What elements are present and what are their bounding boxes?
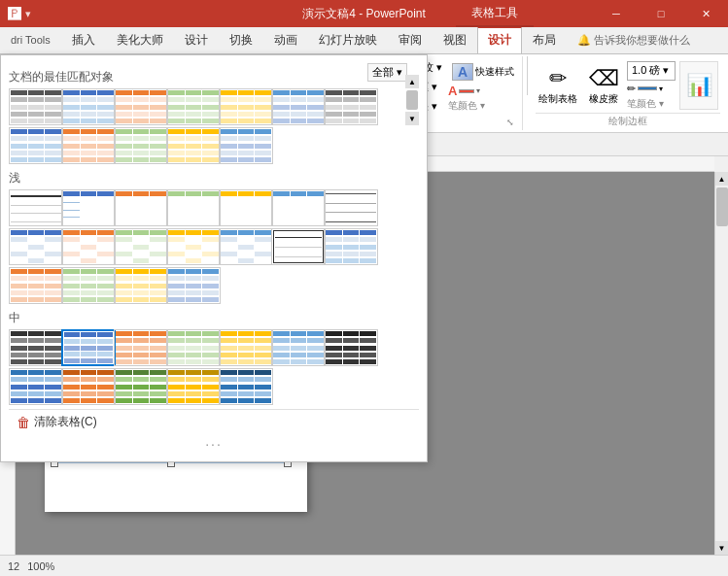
best-style-10[interactable]	[114, 127, 168, 164]
light-style-9[interactable]	[61, 228, 116, 265]
light-style-4[interactable]	[166, 189, 221, 226]
medium-style-1[interactable]	[9, 329, 63, 366]
draw-table-icon: ✏	[549, 66, 567, 91]
light-style-16[interactable]	[61, 267, 116, 304]
medium-style-8[interactable]	[9, 368, 63, 405]
scroll-down-btn[interactable]: ▼	[715, 541, 729, 555]
pen-icon: ✏	[627, 83, 636, 95]
table-tools-label: 表格工具	[456, 0, 534, 27]
best-style-9[interactable]	[61, 127, 116, 164]
all-label[interactable]: 全部 ▾	[367, 63, 407, 82]
scroll-thumb[interactable]	[716, 187, 728, 226]
tab-help[interactable]: 🔔 告诉我你想要做什么	[567, 26, 701, 53]
separator-2	[527, 56, 528, 95]
tab-design[interactable]: 设计	[174, 26, 219, 53]
medium-style-7[interactable]	[324, 329, 378, 366]
scroll-down-mini[interactable]: ▼	[405, 112, 419, 125]
medium-style-9[interactable]	[61, 368, 116, 405]
best-style-11[interactable]	[166, 127, 221, 164]
tab-dri-tools[interactable]: dri Tools	[0, 26, 61, 53]
eraser-icon: ⌫	[589, 66, 619, 91]
close-button[interactable]: ✕	[683, 0, 728, 27]
medium-style-12[interactable]	[219, 368, 273, 405]
light-style-14[interactable]	[324, 228, 378, 265]
best-style-5[interactable]	[219, 88, 273, 125]
tab-view[interactable]: 视图	[433, 26, 477, 53]
tab-table-design[interactable]: 设计	[477, 26, 522, 53]
best-match-grid	[9, 88, 419, 164]
draw-table-label: 绘制表格	[538, 92, 577, 106]
title-bar: 🅿 ▾ 表格工具 演示文稿4 - PowerPoint ─ □ ✕	[0, 0, 728, 27]
scroll-up-btn[interactable]: ▲	[715, 172, 729, 186]
table-preview-icon: 📊	[679, 61, 718, 110]
clear-format-btn[interactable]: 🗑 清除表格(C)	[9, 409, 419, 434]
quick-style-btn[interactable]: A 快速样式	[448, 61, 518, 83]
medium-style-10[interactable]	[114, 368, 168, 405]
best-style-8[interactable]	[9, 127, 63, 164]
medium-style-4[interactable]	[166, 329, 221, 366]
tab-slideshow[interactable]: 幻灯片放映	[308, 26, 388, 53]
light-style-17[interactable]	[114, 267, 168, 304]
quick-style-col: A 快速样式 A ▾ 笔颜色 ▾	[448, 61, 518, 113]
tab-review[interactable]: 审阅	[388, 26, 433, 53]
light-style-7[interactable]	[324, 189, 378, 226]
medium-style-6[interactable]	[271, 329, 326, 366]
pen-color-row: ✏ ▾	[627, 83, 676, 95]
pen-size-combo[interactable]: 1.0 磅 ▾	[627, 61, 676, 81]
light-style-1[interactable]	[9, 189, 63, 226]
medium-style-3[interactable]	[114, 329, 168, 366]
draw-table-btn[interactable]: ✏ 绘制表格	[536, 58, 580, 113]
best-style-3[interactable]	[114, 88, 168, 125]
light-style-11[interactable]	[166, 228, 221, 265]
best-style-1[interactable]	[9, 88, 63, 125]
scroll-thumb-mini[interactable]	[406, 90, 418, 110]
draw-tools-row: ✏ 绘制表格 ⌫ 橡皮擦 1.0 磅 ▾ ✏ ▾	[536, 58, 720, 113]
best-style-12[interactable]	[219, 127, 273, 164]
light-style-12[interactable]	[219, 228, 273, 265]
tab-beautify[interactable]: 美化大师	[106, 26, 174, 53]
eraser-btn[interactable]: ⌫ 橡皮擦	[582, 58, 625, 113]
eraser-label: 橡皮擦	[589, 92, 618, 106]
medium-style-2[interactable]	[61, 329, 116, 366]
scrollbar-mini: ▲ ▼	[405, 75, 419, 125]
light-style-6[interactable]	[271, 189, 326, 226]
best-style-6[interactable]	[271, 88, 326, 125]
chart-area: 📊	[677, 58, 720, 113]
light-style-3[interactable]	[114, 189, 168, 226]
best-style-2[interactable]	[61, 88, 116, 125]
medium-style-11[interactable]	[166, 368, 221, 405]
font-color-arrow[interactable]: ▾	[476, 86, 480, 95]
minimize-button[interactable]: ─	[594, 0, 639, 27]
light-style-10[interactable]	[114, 228, 168, 265]
font-color-swatch	[459, 89, 474, 93]
light-style-5[interactable]	[219, 189, 273, 226]
best-style-4[interactable]	[166, 88, 221, 125]
font-color-icon: A	[448, 84, 457, 98]
best-style-7[interactable]	[324, 88, 378, 125]
scroll-up-mini[interactable]: ▲	[405, 75, 419, 88]
scrollbar-vertical[interactable]: ▲ ▼	[714, 172, 728, 555]
status-bar: 12 100%	[0, 555, 728, 576]
pen-color-arrow[interactable]: ▾	[659, 85, 663, 93]
light-style-13[interactable]	[271, 228, 326, 265]
light-style-15[interactable]	[9, 267, 63, 304]
maximize-button[interactable]: □	[639, 0, 683, 27]
zoom: 100%	[27, 560, 54, 572]
tab-switch[interactable]: 切换	[219, 26, 263, 53]
medium-style-5[interactable]	[219, 329, 273, 366]
pen-size-value: 1.0 磅 ▾	[632, 63, 669, 78]
medium-label: 中	[9, 310, 419, 326]
tab-insert[interactable]: 插入	[61, 26, 106, 53]
expand-icon[interactable]: ⤡	[506, 118, 518, 129]
pen-color-label-2: 笔颜色 ▾	[627, 97, 676, 111]
light-style-18[interactable]	[166, 267, 221, 304]
draw-border-group: ✏ 绘制表格 ⌫ 橡皮擦 1.0 磅 ▾ ✏ ▾	[532, 56, 724, 130]
pen-color-swatch	[638, 86, 657, 90]
tab-animation[interactable]: 动画	[263, 26, 308, 53]
draw-border-label: 绘制边框	[536, 113, 720, 128]
light-style-8[interactable]	[9, 228, 63, 265]
light-label: 浅	[9, 170, 419, 186]
light-style-2[interactable]	[61, 189, 116, 226]
tab-layout[interactable]: 布局	[522, 26, 567, 53]
best-match-section: 文档的最佳匹配对象	[9, 69, 419, 164]
